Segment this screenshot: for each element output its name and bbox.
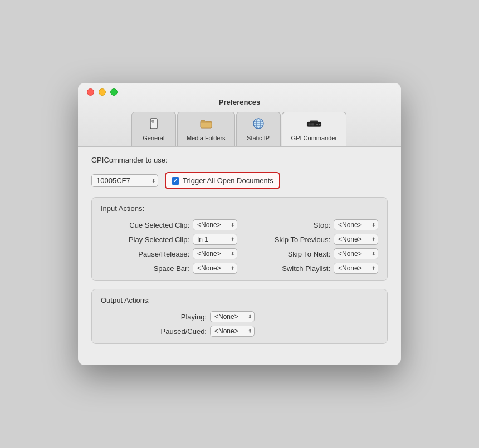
input-actions-title: Input Actions:: [101, 204, 378, 213]
preferences-window: Preferences General: [78, 83, 401, 365]
checkmark-icon: ✓: [173, 178, 178, 184]
tab-media-folders[interactable]: Media Folders: [177, 112, 235, 146]
input-actions-section: Input Actions: Cue Selected Clip: <None>…: [91, 197, 388, 281]
checkbox-indicator: ✓: [172, 177, 179, 185]
switch-playlist-select[interactable]: <None>: [334, 263, 378, 274]
space-bar-row: Space Bar: <None>: [101, 263, 237, 274]
svg-rect-8: [308, 123, 310, 125]
cue-selected-clip-select[interactable]: <None>: [193, 219, 237, 230]
space-bar-select[interactable]: <None>: [193, 263, 237, 274]
skip-to-previous-label: Skip To Previous:: [275, 235, 330, 244]
playing-label: Playing:: [157, 313, 207, 321]
space-bar-select-wrap: <None>: [193, 263, 237, 274]
gpi-commander-controls-row: 10005CF7 ✓ Trigger All Open Documents: [91, 172, 388, 189]
titlebar: Preferences General: [78, 83, 401, 147]
tab-static-ip-label: Static IP: [247, 135, 270, 141]
playing-select-wrap: <None>: [210, 311, 255, 322]
svg-point-10: [316, 124, 318, 125]
svg-point-11: [319, 124, 320, 125]
skip-to-previous-row: Skip To Previous: <None>: [242, 234, 378, 245]
switch-playlist-row: Switch Playlist: <None>: [242, 263, 378, 274]
content-area: GPICommander to use: 10005CF7 ✓ Trigger …: [78, 147, 401, 365]
skip-to-next-label: Skip To Next:: [288, 250, 330, 258]
stop-label: Stop:: [314, 221, 330, 229]
switch-playlist-label: Switch Playlist:: [282, 264, 330, 273]
playing-select[interactable]: <None>: [210, 311, 255, 322]
folder-icon: [198, 116, 214, 134]
skip-to-previous-select[interactable]: <None>: [334, 234, 378, 245]
play-selected-clip-select-wrap: In 1: [193, 234, 237, 245]
play-selected-clip-select[interactable]: In 1: [193, 234, 237, 245]
cue-selected-clip-select-wrap: <None>: [193, 219, 237, 230]
space-bar-label: Space Bar:: [154, 264, 189, 273]
traffic-lights: [87, 88, 118, 96]
tab-general-label: General: [143, 135, 164, 141]
gpi-commander-select-wrapper: 10005CF7: [91, 174, 158, 187]
skip-to-previous-select-wrap: <None>: [334, 234, 378, 245]
play-selected-clip-row: Play Selected Clip: In 1: [101, 234, 237, 245]
pause-release-label: Pause/Release:: [138, 250, 189, 258]
input-actions-right: Stop: <None> Skip To Previous: <None>: [242, 219, 378, 274]
minimize-button[interactable]: [99, 88, 106, 96]
paused-cued-select-wrap: <None>: [210, 326, 255, 337]
play-selected-clip-label: Play Selected Clip:: [129, 235, 189, 244]
gpi-commander-row: GPICommander to use:: [91, 156, 388, 164]
gpi-commander-to-use-label: GPICommander to use:: [91, 156, 168, 164]
tab-gpi-commander-label: GPI Commander: [291, 135, 338, 141]
skip-to-next-select-wrap: <None>: [334, 248, 378, 259]
general-icon: [146, 116, 162, 134]
input-actions-left: Cue Selected Clip: <None> Play Selected …: [101, 219, 237, 274]
close-button[interactable]: [87, 88, 94, 96]
gpi-commander-icon: [306, 116, 322, 134]
paused-cued-label: Paused/Cued:: [157, 327, 207, 336]
pause-release-select[interactable]: <None>: [193, 248, 237, 259]
maximize-button[interactable]: [110, 88, 118, 96]
output-actions-list: Playing: <None> Paused/Cued: <None>: [101, 311, 378, 337]
window-title: Preferences: [219, 98, 260, 106]
tab-general[interactable]: General: [131, 112, 176, 146]
pause-release-select-wrap: <None>: [193, 248, 237, 259]
trigger-all-open-docs-checkbox[interactable]: ✓ Trigger All Open Documents: [165, 172, 280, 189]
tab-gpi-commander[interactable]: GPI Commander: [282, 112, 347, 146]
tab-media-folders-label: Media Folders: [187, 135, 226, 141]
stop-select[interactable]: <None>: [334, 219, 378, 230]
stop-row: Stop: <None>: [242, 219, 378, 230]
playing-row: Playing: <None>: [101, 311, 378, 322]
globe-icon: [251, 116, 266, 134]
pause-release-row: Pause/Release: <None>: [101, 248, 237, 259]
output-actions-title: Output Actions:: [101, 296, 378, 304]
paused-cued-select[interactable]: <None>: [210, 326, 255, 337]
svg-rect-12: [310, 120, 318, 122]
cue-selected-clip-label: Cue Selected Clip:: [129, 221, 189, 229]
stop-select-wrap: <None>: [334, 219, 378, 230]
svg-rect-9: [311, 123, 314, 125]
switch-playlist-select-wrap: <None>: [334, 263, 378, 274]
skip-to-next-select[interactable]: <None>: [334, 248, 378, 259]
trigger-all-open-docs-label: Trigger All Open Documents: [183, 176, 273, 185]
output-actions-section: Output Actions: Playing: <None> Paused/C…: [91, 289, 388, 344]
skip-to-next-row: Skip To Next: <None>: [242, 248, 378, 259]
paused-cued-row: Paused/Cued: <None>: [101, 326, 378, 337]
gpi-commander-select[interactable]: 10005CF7: [91, 174, 158, 187]
tab-static-ip[interactable]: Static IP: [236, 112, 281, 146]
tab-bar: General Media Folders: [131, 112, 348, 146]
cue-selected-clip-row: Cue Selected Clip: <None>: [101, 219, 237, 230]
